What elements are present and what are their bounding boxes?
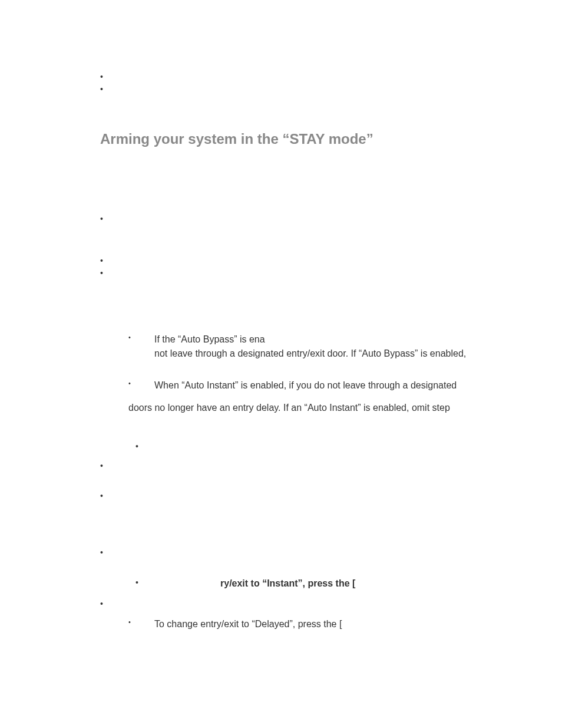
- bullet-icon: •: [128, 378, 154, 388]
- section-heading: Arming your system in the “STAY mode”: [100, 130, 509, 148]
- bullet-icon: •: [100, 213, 126, 225]
- bullet-text: When “Auto Instant” is enabled, if you d…: [154, 378, 457, 393]
- bullet-text: To change entry/exit to “Delayed”, press…: [154, 617, 342, 631]
- bullet-text-line: When “Auto Instant” is enabled, if you d…: [154, 380, 457, 390]
- bullet-item: • If the “Auto Bypass” is ena not leave …: [128, 332, 509, 361]
- bullet-icon: •: [128, 617, 154, 627]
- bullet-icon: •: [100, 546, 126, 559]
- bullet-item: •: [100, 460, 509, 472]
- bullet-icon: •: [100, 490, 126, 502]
- bullet-text: If the “Auto Bypass” is ena not leave th…: [154, 332, 466, 361]
- bullet-icon: •: [100, 83, 126, 95]
- bullet-item: •: [135, 440, 509, 453]
- bullet-item: •: [100, 213, 509, 225]
- bullet-icon: •: [100, 71, 126, 83]
- bullet-item: • To change entry/exit to “Delayed”, pre…: [128, 617, 509, 631]
- bullet-item: • When “Auto Instant” is enabled, if you…: [128, 378, 509, 393]
- bullet-item: •: [100, 83, 509, 95]
- bullet-item: •: [100, 255, 509, 267]
- bullet-item: •: [100, 267, 509, 279]
- bullet-icon: •: [128, 332, 154, 342]
- bullet-item: •: [100, 546, 509, 559]
- bullet-text-bold: ry/exit to “Instant”, press the [: [220, 577, 355, 591]
- bullet-icon: •: [100, 255, 126, 267]
- bullet-text-line: If the “Auto Bypass” is ena: [154, 334, 265, 344]
- bullet-item: •: [100, 490, 509, 502]
- bullet-item: •: [100, 598, 509, 610]
- bullet-icon: •: [135, 577, 161, 589]
- bullet-icon: •: [100, 598, 126, 610]
- bullet-icon: •: [100, 460, 126, 472]
- bullet-item: • ry/exit to “Instant”, press the [: [135, 577, 509, 591]
- bullet-icon: •: [135, 440, 161, 453]
- bullet-text-line: not leave through a designated entry/exi…: [154, 348, 466, 358]
- continuation-text: doors no longer have an entry delay. If …: [128, 400, 509, 417]
- bullet-item: •: [100, 71, 509, 83]
- bullet-icon: •: [100, 267, 126, 279]
